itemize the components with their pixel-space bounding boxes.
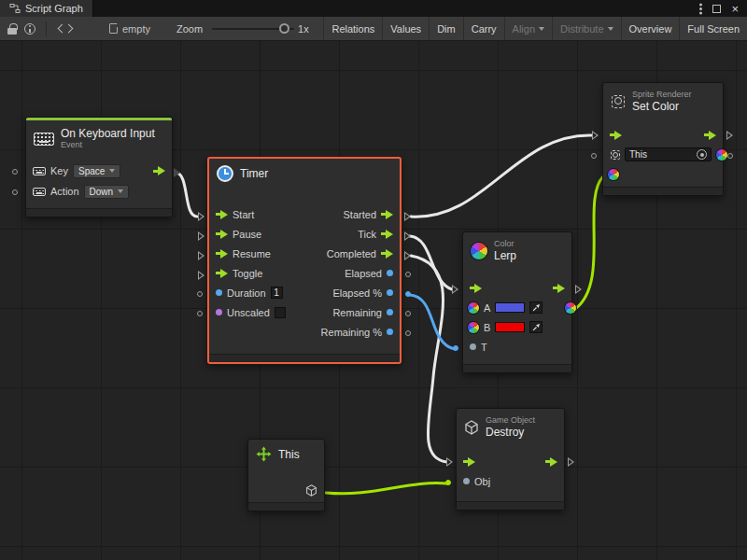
setcolor-color-row bbox=[603, 164, 723, 184]
port-keyboard-flow-out[interactable] bbox=[174, 168, 180, 177]
dim-button[interactable]: Dim bbox=[429, 17, 463, 40]
color-out-port-icon[interactable] bbox=[716, 149, 727, 161]
timer-row: Pause Tick bbox=[209, 224, 400, 244]
value-port-icon[interactable] bbox=[216, 289, 222, 296]
eyedropper-button[interactable] bbox=[529, 321, 543, 333]
flow-out-arrow-icon[interactable] bbox=[545, 457, 557, 467]
node-this[interactable]: This bbox=[247, 439, 325, 511]
value-port-icon[interactable] bbox=[387, 270, 393, 276]
flow-in-arrow-icon[interactable] bbox=[216, 230, 228, 239]
port-timer-remainingpct-out[interactable] bbox=[405, 330, 411, 336]
duration-input[interactable]: 1 bbox=[271, 287, 283, 299]
port-label: Pause bbox=[233, 229, 261, 240]
port-timer-resume-in[interactable] bbox=[198, 251, 204, 260]
unscaled-checkbox[interactable] bbox=[275, 307, 286, 318]
fullscreen-button[interactable]: Full Screen bbox=[679, 17, 747, 40]
flow-out-arrow-icon[interactable] bbox=[381, 230, 393, 239]
flow-in-arrow-icon[interactable] bbox=[216, 249, 228, 259]
wire-timer-elapsedpct-to-lerp-t[interactable] bbox=[410, 295, 455, 349]
toolbar-separator bbox=[46, 21, 47, 36]
color-b-swatch[interactable] bbox=[495, 322, 525, 332]
value-port-icon[interactable] bbox=[387, 289, 393, 296]
color-in-port-icon[interactable] bbox=[608, 169, 619, 180]
value-port-icon[interactable] bbox=[470, 343, 476, 350]
port-setcolor-flow-in[interactable] bbox=[592, 131, 599, 140]
values-button[interactable]: Values bbox=[382, 17, 429, 40]
color-a-swatch[interactable] bbox=[495, 302, 525, 313]
node-color-lerp[interactable]: Color Lerp A bbox=[462, 231, 572, 373]
graph-canvas[interactable]: On Keyboard Input Event Key Space bbox=[0, 41, 747, 560]
flow-out-arrow-icon[interactable] bbox=[381, 249, 393, 259]
code-icon[interactable] bbox=[57, 23, 74, 35]
node-footer bbox=[457, 501, 564, 510]
carry-button[interactable]: Carry bbox=[463, 17, 504, 40]
window-menu-icon[interactable] bbox=[699, 7, 702, 10]
color-port-icon[interactable] bbox=[468, 322, 479, 333]
target-field[interactable]: This bbox=[625, 147, 712, 161]
port-lerp-flow-out[interactable] bbox=[575, 285, 582, 294]
node-destroy[interactable]: Game Object Destroy Obj bbox=[456, 408, 565, 511]
port-keyboard-key-in[interactable] bbox=[12, 169, 18, 175]
node-timer[interactable]: Timer Start Started Pause Tick Resume Co… bbox=[207, 157, 402, 364]
key-dropdown[interactable]: Space bbox=[73, 164, 120, 178]
port-destroy-flow-out[interactable] bbox=[568, 457, 574, 467]
flow-in-arrow-icon[interactable] bbox=[610, 131, 622, 140]
wire-timer-started-to-setcolor[interactable] bbox=[411, 135, 594, 217]
wire-keyboard-to-timer-start[interactable] bbox=[176, 173, 197, 217]
port-timer-duration-in[interactable] bbox=[197, 291, 203, 297]
relations-button[interactable]: Relations bbox=[323, 17, 382, 40]
port-lerp-t-in[interactable] bbox=[453, 345, 458, 351]
port-destroy-obj-in[interactable] bbox=[445, 480, 451, 485]
port-timer-started-out[interactable] bbox=[404, 212, 411, 221]
value-port-icon[interactable] bbox=[387, 309, 393, 315]
node-on-keyboard-input[interactable]: On Keyboard Input Event Key Space bbox=[25, 117, 173, 217]
flow-in-arrow-icon[interactable] bbox=[216, 210, 228, 219]
port-timer-tick-out[interactable] bbox=[404, 231, 411, 241]
flow-out-arrow-icon[interactable] bbox=[381, 210, 393, 219]
flow-out-arrow-icon[interactable] bbox=[704, 131, 716, 140]
zoom-slider[interactable] bbox=[212, 28, 294, 30]
port-timer-unscaled-in[interactable] bbox=[197, 311, 203, 316]
port-destroy-flow-in[interactable] bbox=[446, 457, 453, 467]
info-icon[interactable] bbox=[24, 23, 35, 35]
port-keyboard-action-in[interactable] bbox=[12, 189, 18, 195]
port-timer-elapsedpct-out[interactable] bbox=[405, 291, 411, 297]
flow-in-arrow-icon[interactable] bbox=[470, 284, 482, 293]
lock-icon[interactable] bbox=[7, 28, 17, 35]
value-port-icon[interactable] bbox=[387, 329, 393, 335]
value-port-icon[interactable] bbox=[463, 478, 470, 484]
tab-script-graph[interactable]: Script Graph bbox=[0, 0, 93, 17]
port-timer-toggle-in[interactable] bbox=[198, 271, 204, 280]
port-timer-start-in[interactable] bbox=[198, 212, 204, 221]
zoom-slider-handle[interactable] bbox=[279, 23, 289, 34]
action-dropdown[interactable]: Down bbox=[84, 185, 130, 199]
eyedropper-button[interactable] bbox=[529, 301, 543, 314]
node-set-color[interactable]: Sprite Renderer Set Color This bbox=[602, 82, 724, 196]
wire-this-to-destroy-obj[interactable] bbox=[326, 483, 447, 493]
object-picker-icon[interactable] bbox=[697, 149, 707, 160]
port-timer-remaining-out[interactable] bbox=[405, 311, 411, 316]
wire-timer-tick-to-lerp[interactable] bbox=[410, 236, 452, 289]
close-icon[interactable]: × bbox=[731, 3, 739, 15]
wire-timer-completed-to-destroy[interactable] bbox=[411, 256, 447, 462]
gameobject-cube-icon[interactable] bbox=[305, 484, 317, 497]
port-timer-pause-in[interactable] bbox=[198, 231, 204, 241]
flow-in-arrow-icon[interactable] bbox=[216, 269, 228, 278]
maximize-icon[interactable] bbox=[712, 5, 721, 13]
port-setcolor-target-in[interactable] bbox=[591, 153, 597, 159]
distribute-button[interactable]: Distribute bbox=[552, 17, 620, 40]
port-lerp-flow-in[interactable] bbox=[452, 285, 458, 294]
port-timer-elapsed-out[interactable] bbox=[405, 272, 411, 277]
bool-port-icon[interactable] bbox=[216, 309, 222, 315]
color-out-port-icon[interactable] bbox=[565, 302, 576, 314]
port-timer-completed-out[interactable] bbox=[404, 251, 411, 260]
node-footer bbox=[26, 208, 172, 217]
overview-button[interactable]: Overview bbox=[621, 17, 680, 40]
port-setcolor-value-out[interactable] bbox=[727, 153, 733, 159]
flow-out-arrow-icon[interactable] bbox=[553, 284, 565, 293]
align-button[interactable]: Align bbox=[504, 17, 552, 40]
flow-in-arrow-icon[interactable] bbox=[463, 457, 475, 467]
color-port-icon[interactable] bbox=[468, 302, 479, 314]
flow-out-arrow-icon[interactable] bbox=[153, 166, 165, 175]
port-setcolor-flow-out[interactable] bbox=[726, 131, 733, 140]
